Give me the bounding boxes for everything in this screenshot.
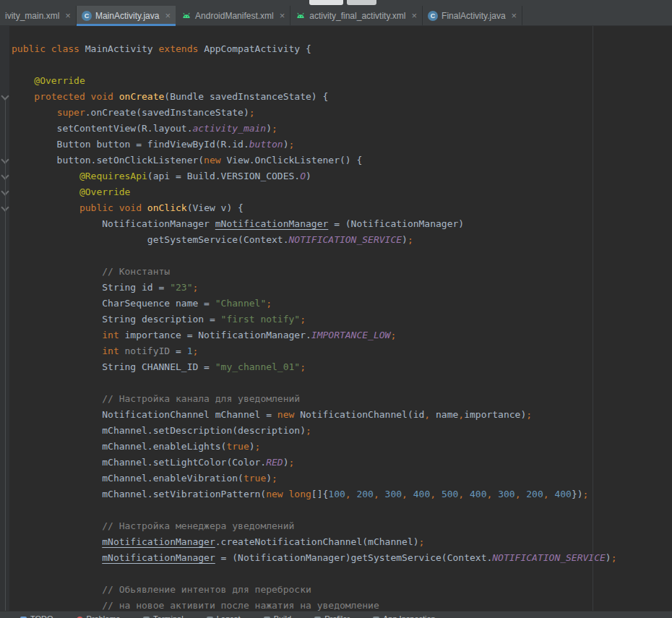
code-token	[12, 584, 102, 595]
code-token: = (NotificationManager)getSystemService(…	[215, 552, 493, 563]
code-token: new	[266, 489, 283, 499]
close-icon[interactable]: ×	[412, 11, 418, 20]
code-line: // Настройка канала для уведомлений	[12, 391, 672, 407]
code-token: setContentView(R.layout.	[12, 123, 192, 134]
code-token: ,	[345, 489, 351, 499]
code-line: NotificationChannel mChannel = new Notif…	[12, 407, 672, 423]
editor-tab-activity-final-activtity-xml[interactable]: activity_final_activtity.xml×	[290, 6, 423, 25]
code-token	[113, 91, 119, 102]
code-token	[142, 202, 147, 213]
code-token: mChannel.enableLights(	[12, 441, 226, 452]
toolwindow-button-app-inspection[interactable]: App Inspection	[373, 611, 436, 618]
code-token: // Обьявление интентов для переброски	[102, 584, 311, 595]
code-token: int	[102, 346, 119, 356]
code-token: ;	[300, 314, 306, 325]
code-line: mNotificationManager = (NotificationMana…	[12, 550, 672, 566]
code-token	[46, 43, 51, 54]
toolwindow-button-build[interactable]: Build	[264, 611, 291, 618]
code-token	[12, 520, 102, 531]
run-button-widget[interactable]	[347, 0, 376, 5]
code-line	[12, 57, 672, 73]
close-icon[interactable]: ×	[65, 11, 71, 20]
code-token	[12, 346, 102, 356]
code-line: NotificationManager mNotificationManager…	[12, 216, 672, 232]
code-line: getSystemService(Context.NOTIFICATION_SE…	[12, 232, 672, 248]
code-token: "23"	[170, 282, 192, 293]
code-line: mChannel.setLightColor(Color.RED);	[12, 455, 672, 471]
code-token	[12, 330, 102, 340]
code-token: new	[277, 409, 294, 420]
code-token: )	[266, 123, 272, 134]
code-token: ;	[272, 473, 277, 484]
code-line: mChannel.enableVibration(true);	[12, 471, 672, 486]
code-line	[12, 375, 672, 391]
code-token: ,	[543, 489, 549, 499]
editor-tab-finalactivity-java[interactable]: CFinalActivity.java×	[423, 6, 522, 25]
code-line: @RequiresApi(api = Build.VERSION_CODES.O…	[12, 168, 672, 184]
code-token: ;	[300, 361, 306, 372]
code-token: Button button = findViewById(R.id.	[12, 139, 249, 150]
code-token	[492, 489, 498, 499]
editor-tab-androidmanifest-xml[interactable]: AndroidManifest.xml×	[176, 6, 290, 25]
toolwindow-button-todo[interactable]: TODO	[20, 611, 53, 618]
toolwindow-button-label: Terminal	[153, 614, 184, 618]
code-token: notifyID	[125, 346, 171, 356]
code-token: (Bundle savedInstanceState) {	[164, 91, 328, 102]
code-line: mChannel.setVibrationPattern(new long[]{…	[12, 486, 672, 502]
tab-label: FinalActivity.java	[441, 11, 505, 21]
code-token: .onCreate(savedInstanceState)	[85, 107, 249, 118]
code-line: @Override	[12, 184, 672, 200]
editor-tab-mainactivity-java[interactable]: CMainActivity.java×	[77, 6, 176, 25]
toolwindow-button-label: Problems	[87, 614, 120, 618]
code-token	[12, 186, 79, 197]
code-token: ;	[266, 298, 272, 309]
close-icon[interactable]: ×	[165, 11, 171, 20]
code-token	[12, 552, 102, 563]
code-token: @Override	[34, 75, 85, 86]
code-token: true	[226, 441, 249, 452]
code-token: mChannel.setDescription(description)	[12, 425, 306, 436]
code-token: class	[51, 43, 79, 54]
code-line: int importance = NotificationManager.IMP…	[12, 327, 672, 343]
code-token: int	[102, 330, 119, 340]
editor-tab-activity-main-xml[interactable]: ivity_main.xml×	[0, 6, 77, 25]
code-token	[119, 346, 125, 356]
code-line: String id = "23";	[12, 280, 672, 296]
code-token: extends	[159, 43, 199, 54]
code-token	[436, 489, 441, 499]
editor-tab-bar: ivity_main.xml×CMainActivity.java×Androi…	[0, 6, 672, 26]
code-line	[12, 566, 672, 582]
code-area[interactable]: public class MainActivity extends AppCom…	[12, 41, 672, 611]
code-token: button	[249, 139, 283, 150]
code-token: "Channel"	[215, 298, 266, 309]
toolwindow-button-problems[interactable]: Problems	[77, 611, 120, 618]
code-line: mNotificationManager.createNotificationC…	[12, 534, 672, 550]
code-token: true	[244, 473, 266, 484]
toolwindow-button-terminal[interactable]: Terminal	[143, 611, 184, 618]
code-token	[12, 202, 79, 213]
code-line	[12, 248, 672, 264]
close-icon[interactable]: ×	[512, 11, 517, 20]
code-token: NOTIFICATION_SERVICE	[492, 552, 606, 563]
code-token: void	[91, 91, 113, 102]
code-line: setContentView(R.layout.activity_main);	[12, 121, 672, 137]
close-icon[interactable]: ×	[280, 11, 285, 20]
toolwindow-button-profiler[interactable]: Profiler	[314, 611, 350, 618]
code-token: MainActivity	[79, 43, 159, 54]
code-token: ;	[611, 552, 617, 563]
run-configuration-widget[interactable]	[309, 0, 343, 5]
code-token: )	[249, 441, 255, 452]
code-token: name	[430, 409, 458, 420]
code-line: // Настройка менеджера уведомлений	[12, 518, 672, 534]
code-token: = (NotificationManager)	[328, 218, 464, 229]
code-token: ;	[255, 441, 261, 452]
code-token: NotificationManager	[12, 218, 215, 229]
code-line: // Константы	[12, 264, 672, 280]
code-editor[interactable]: public class MainActivity extends AppCom…	[0, 26, 672, 611]
code-token: []{	[311, 489, 328, 499]
code-token: new	[204, 155, 220, 166]
code-token: // Настройка менеджера уведомлений	[102, 520, 294, 531]
code-token: ,	[424, 409, 430, 420]
code-token: 500	[441, 489, 458, 499]
toolwindow-button-logcat[interactable]: Logcat	[207, 611, 241, 618]
